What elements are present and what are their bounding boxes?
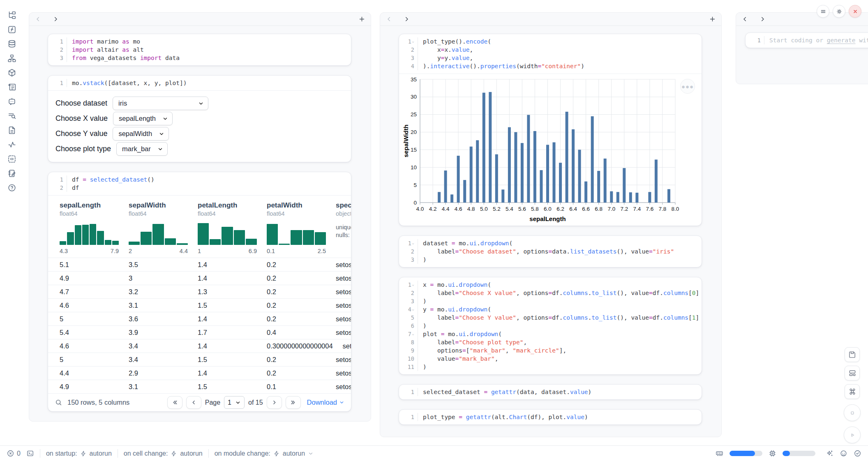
cell-plot-type[interactable]: 1plot_type = getattr(alt.Chart(df), plot… <box>399 409 702 425</box>
table-row[interactable]: 53.41.50.2setosa <box>48 353 351 366</box>
table-column-header[interactable]: sepalLengthfloat644.37.9 <box>55 201 124 254</box>
command-icon[interactable] <box>845 384 860 399</box>
dropdown-select-2[interactable]: sepalWidth <box>113 127 169 141</box>
chevron-right-icon[interactable] <box>759 16 766 23</box>
svg-text:4.0: 4.0 <box>416 206 424 212</box>
search-icon[interactable] <box>55 399 62 406</box>
code-editor[interactable]: 1selected_dataset = getattr(data, datase… <box>399 385 702 399</box>
cell-plot[interactable]: 1⌄plot_type().encode(2 x=x.value,3 y=y.v… <box>399 34 702 226</box>
errors-badge[interactable]: 0 <box>7 449 21 457</box>
runtime-setting[interactable]: on startup:autorun <box>46 450 112 457</box>
run-icon[interactable] <box>844 426 861 443</box>
table-row[interactable]: 4.73.21.30.2setosa <box>48 285 351 298</box>
svg-text:7.6: 7.6 <box>646 206 654 212</box>
fold-icon[interactable]: ⌄ <box>412 239 414 247</box>
ai-chat-icon[interactable] <box>6 96 18 107</box>
tracing-icon[interactable] <box>6 139 18 150</box>
layout-icon[interactable] <box>845 366 860 380</box>
add-cell-button[interactable] <box>709 16 716 23</box>
zap-icon <box>171 450 177 457</box>
logs-icon[interactable] <box>6 82 18 92</box>
chevron-right-icon[interactable] <box>403 16 410 23</box>
cell-xy-plot-dropdowns[interactable]: 1⌄x = mo.ui.dropdown(2 label="Choose X v… <box>399 277 702 375</box>
help-icon[interactable] <box>6 182 18 193</box>
cell-vstack[interactable]: 1mo.vstack([dataset, x, y, plot]) Choose… <box>48 75 351 162</box>
generate-link[interactable]: generate <box>827 37 856 44</box>
code-editor[interactable]: 1import marimo as mo2import altair as al… <box>48 34 351 65</box>
chevron-left-icon[interactable] <box>741 16 748 23</box>
chart-menu-button[interactable]: ●●● <box>680 79 695 94</box>
table-column-header[interactable]: sepalWidthfloat6424.4 <box>124 201 193 254</box>
file-explorer-icon[interactable] <box>6 10 18 21</box>
snippets-icon[interactable] <box>6 154 18 164</box>
gear-icon[interactable] <box>833 5 845 18</box>
scratchpad-cell[interactable]: 1 Start coding or generate with AI <box>745 32 868 48</box>
scratchpad-icon[interactable] <box>6 168 18 179</box>
code-editor[interactable]: 1mo.vstack([dataset, x, y, plot]) <box>48 76 351 90</box>
first-page-button[interactable] <box>167 396 182 409</box>
code-line: 1df = selected_dataset() <box>48 175 351 184</box>
chevron-right-icon[interactable] <box>52 16 59 23</box>
table-column-header[interactable]: speciesobjectunique:nulls: <box>331 201 351 254</box>
documentation-icon[interactable] <box>6 125 18 136</box>
cell-dataframe[interactable]: 1df = selected_dataset()2df sepalLengthf… <box>48 172 351 412</box>
fold-icon[interactable]: ⌄ <box>412 305 414 313</box>
line-number: 5 <box>399 313 418 322</box>
table-row[interactable]: 5.43.91.70.4setosa <box>48 325 351 339</box>
table-row[interactable]: 4.931.40.2setosa <box>48 271 351 285</box>
code-editor[interactable]: 1⌄x = mo.ui.dropdown(2 label="Choose X v… <box>399 277 702 374</box>
code-editor[interactable]: 1df = selected_dataset()2df <box>48 172 351 195</box>
variables-icon[interactable] <box>6 111 18 121</box>
sparkles-icon[interactable] <box>826 449 833 457</box>
table-row[interactable]: 5.13.51.40.2setosa <box>48 258 351 271</box>
table-row[interactable]: 4.93.11.50.1setosa <box>48 380 351 393</box>
shutdown-icon[interactable] <box>849 5 861 18</box>
dependency-graph-icon[interactable] <box>6 53 18 64</box>
code-editor[interactable]: 1plot_type = getattr(alt.Chart(df), plot… <box>399 410 702 424</box>
cell-selected-dataset[interactable]: 1selected_dataset = getattr(data, datase… <box>399 384 702 400</box>
scratchpad-column: 1 Start coding or generate with AI <box>736 12 868 84</box>
dropdown-select-0[interactable]: iris <box>113 97 208 110</box>
cpu-meter[interactable] <box>783 451 815 456</box>
line-number: 8 <box>399 338 418 346</box>
table-row[interactable]: 4.63.11.50.2setosa <box>48 298 351 312</box>
table-row[interactable]: 53.61.40.2setosa <box>48 312 351 325</box>
save-icon[interactable] <box>845 347 860 362</box>
prev-page-button[interactable] <box>186 396 201 409</box>
fold-icon[interactable]: ⌄ <box>412 37 414 45</box>
chevron-left-icon[interactable] <box>386 16 392 23</box>
menu-icon[interactable] <box>817 5 829 18</box>
page-select[interactable]: 1 <box>224 396 245 409</box>
packages-icon[interactable] <box>6 67 18 78</box>
assistant-icon[interactable] <box>840 449 847 457</box>
table-column-header[interactable]: petalWidthfloat640.12.5 <box>262 201 331 254</box>
terminal-icon[interactable] <box>26 449 34 457</box>
code-line: 10 value="mark_bar", <box>399 355 702 363</box>
code-editor[interactable]: 1⌄dataset = mo.ui.dropdown(2 label="Choo… <box>399 236 702 267</box>
add-cell-button[interactable] <box>358 16 365 23</box>
download-button[interactable]: Download <box>307 399 344 406</box>
zap-icon <box>80 450 87 457</box>
chevron-left-icon[interactable] <box>35 16 42 23</box>
runtime-setting[interactable]: on cell change:autorun <box>124 450 203 457</box>
last-page-button[interactable] <box>286 396 301 409</box>
datasources-icon[interactable] <box>6 39 18 49</box>
functions-icon[interactable] <box>6 24 18 35</box>
dropdown-select-1[interactable]: sepalLength <box>113 112 173 125</box>
cell-dataset-dropdown[interactable]: 1⌄dataset = mo.ui.dropdown(2 label="Choo… <box>399 235 702 267</box>
ram-meter[interactable] <box>729 451 762 456</box>
runtime-setting[interactable]: on module change:autorun <box>215 450 314 457</box>
table-row[interactable]: 4.63.41.40.3000000000000004setosa <box>48 339 351 353</box>
cell-imports[interactable]: 1import marimo as mo2import altair as al… <box>48 34 351 66</box>
next-page-button[interactable] <box>267 396 282 409</box>
dropdown-select-3[interactable]: mark_bar <box>116 142 168 156</box>
chart-svg[interactable]: 4.04.24.44.64.85.05.25.45.65.86.06.26.46… <box>399 74 702 226</box>
table-row[interactable]: 4.42.91.40.2setosa <box>48 366 351 380</box>
fold-icon[interactable]: ⌄ <box>412 280 414 288</box>
scratchpad-input[interactable]: Start coding or generate with AI <box>764 36 868 44</box>
check-circle-icon[interactable] <box>854 449 861 457</box>
fold-icon[interactable]: ⌄ <box>412 330 414 338</box>
stop-icon[interactable] <box>844 404 861 421</box>
code-editor[interactable]: 1⌄plot_type().encode(2 x=x.value,3 y=y.v… <box>399 34 702 74</box>
table-column-header[interactable]: petalLengthfloat6416.9 <box>193 201 262 254</box>
